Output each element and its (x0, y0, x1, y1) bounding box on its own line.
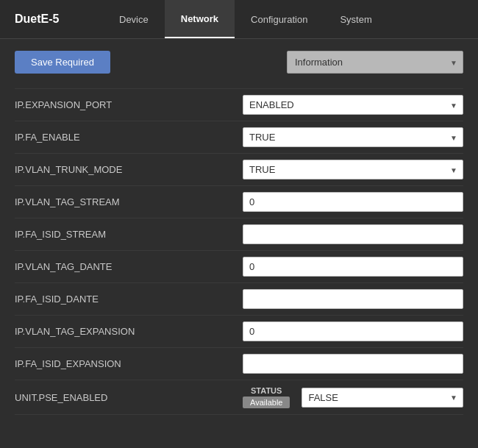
info-select-wrapper: Information (287, 51, 463, 74)
vlan-tag-dante-control (243, 257, 463, 277)
expansion-port-select-wrapper: ENABLED DISABLED (243, 95, 463, 115)
network-form: IP.EXPANSION_PORT ENABLED DISABLED IP.FA… (15, 88, 463, 415)
table-row: IP.FA_ISID_DANTE (15, 283, 463, 316)
vlan-trunk-mode-control: TRUE FALSE (243, 160, 463, 179)
table-row: IP.VLAN_TRUNK_MODE TRUE FALSE (15, 154, 463, 186)
table-row: IP.FA_ENABLE TRUE FALSE (15, 121, 463, 154)
pse-enabled-select[interactable]: FALSE TRUE (302, 388, 463, 408)
app-title: DuetE-5 (15, 13, 59, 26)
vlan-tag-dante-input[interactable] (243, 257, 463, 277)
vlan-tag-dante-label: IP.VLAN_TAG_DANTE (15, 261, 243, 272)
toolbar-row: Save Required Information (15, 51, 463, 74)
tab-device[interactable]: Device (103, 0, 165, 38)
table-row: IP.EXPANSION_PORT ENABLED DISABLED (15, 88, 463, 121)
pse-enabled-select-wrapper: FALSE TRUE (302, 388, 463, 408)
table-row: IP.VLAN_TAG_DANTE (15, 251, 463, 283)
pse-enabled-label: UNIT.PSE_ENABLED (15, 392, 243, 403)
table-row: IP.VLAN_TAG_STREAM (15, 186, 463, 218)
expansion-port-select[interactable]: ENABLED DISABLED (243, 95, 463, 115)
table-row: UNIT.PSE_ENABLED STATUS Available FALSE … (15, 380, 463, 415)
tab-system[interactable]: System (324, 0, 388, 38)
information-select[interactable]: Information (287, 51, 463, 74)
status-badge-wrap: STATUS Available (243, 386, 290, 408)
expansion-port-label: IP.EXPANSION_PORT (15, 99, 243, 110)
fa-enable-control: TRUE FALSE (243, 127, 463, 147)
app-logo: DuetE-5 (0, 0, 103, 38)
save-required-button[interactable]: Save Required (15, 51, 110, 74)
vlan-tag-expansion-input[interactable] (243, 321, 463, 341)
fa-isid-dante-input[interactable] (243, 289, 463, 309)
vlan-tag-expansion-label: IP.VLAN_TAG_EXPANSION (15, 326, 243, 337)
table-row: IP.FA_ISID_STREAM (15, 218, 463, 251)
fa-isid-expansion-input[interactable] (243, 354, 463, 374)
fa-isid-expansion-label: IP.FA_ISID_EXPANSION (15, 358, 243, 369)
content-area: Save Required Information IP.EXPANSION_P… (0, 39, 478, 448)
fa-isid-stream-control (243, 224, 463, 244)
nav-bar: DuetE-5 Device Network Configuration Sys… (0, 0, 478, 39)
nav-tabs: Device Network Configuration System (103, 0, 388, 38)
vlan-tag-stream-input[interactable] (243, 192, 463, 212)
status-label: STATUS (251, 386, 282, 395)
vlan-trunk-mode-select[interactable]: TRUE FALSE (243, 160, 463, 179)
fa-enable-select-wrapper: TRUE FALSE (243, 127, 463, 147)
table-row: IP.VLAN_TAG_EXPANSION (15, 316, 463, 348)
fa-isid-expansion-control (243, 354, 463, 374)
tab-configuration[interactable]: Configuration (235, 0, 324, 38)
fa-isid-stream-label: IP.FA_ISID_STREAM (15, 229, 243, 240)
pse-enabled-control: STATUS Available FALSE TRUE (243, 386, 463, 408)
table-row: IP.FA_ISID_EXPANSION (15, 348, 463, 380)
vlan-trunk-mode-select-wrapper: TRUE FALSE (243, 160, 463, 179)
fa-isid-dante-label: IP.FA_ISID_DANTE (15, 294, 243, 305)
fa-isid-stream-input[interactable] (243, 224, 463, 244)
status-badge: Available (243, 397, 290, 408)
vlan-tag-stream-control (243, 192, 463, 212)
vlan-trunk-mode-label: IP.VLAN_TRUNK_MODE (15, 164, 243, 175)
fa-enable-label: IP.FA_ENABLE (15, 132, 243, 143)
tab-network[interactable]: Network (165, 0, 235, 38)
expansion-port-control: ENABLED DISABLED (243, 95, 463, 115)
fa-isid-dante-control (243, 289, 463, 309)
vlan-tag-expansion-control (243, 321, 463, 341)
vlan-tag-stream-label: IP.VLAN_TAG_STREAM (15, 196, 243, 207)
fa-enable-select[interactable]: TRUE FALSE (243, 127, 463, 147)
